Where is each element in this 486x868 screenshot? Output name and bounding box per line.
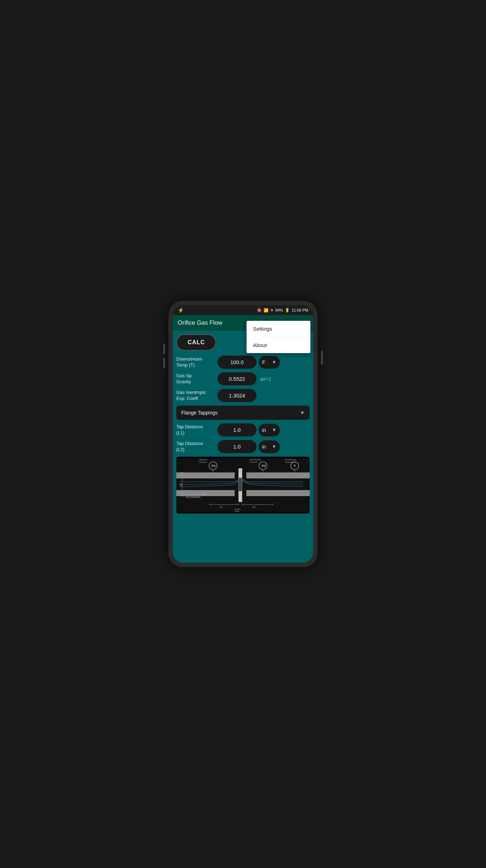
temp-unit-arrow: ▼ <box>272 359 276 365</box>
battery-percent: 84% <box>275 308 283 312</box>
downstream-temp-label: DownstreamTemp (T) <box>176 356 215 368</box>
l1-unit-arrow: ▼ <box>272 427 276 433</box>
gas-gravity-unit: air=1 <box>259 373 273 385</box>
svg-text:Plate: Plate <box>235 510 239 512</box>
menu-item-settings[interactable]: Settings <box>247 321 310 337</box>
l2-unit-text: in <box>262 444 266 450</box>
svg-text:Flow Direction: Flow Direction <box>186 496 200 498</box>
dropdown-menu: Settings About <box>247 321 310 353</box>
orifice-diagram: D L1 L2 Flow Direction <box>176 457 310 513</box>
status-bar: ⚡ 🔇 📶 ✈ 84% 🔋 11:56 PM <box>173 305 313 315</box>
svg-text:P1: P1 <box>212 464 216 468</box>
tap-l2-label: Tap Distance(L2) <box>176 441 215 453</box>
svg-rect-4 <box>246 490 310 496</box>
svg-text:Upstream: Upstream <box>199 458 208 461</box>
gas-isentropic-label: Gas IsentropicExp. Coeff. <box>176 390 215 402</box>
tap-l2-input[interactable] <box>217 440 256 453</box>
svg-text:Temperature: Temperature <box>285 461 296 463</box>
main-content: CALC DownstreamTemp (T) F ▼ Gas Sp.Gravi… <box>173 331 313 563</box>
gas-gravity-label: Gas Sp.Gravity <box>176 373 215 385</box>
svg-rect-3 <box>176 490 235 496</box>
tap-l1-label: Tap Distance(L1) <box>176 424 215 436</box>
tap-l1-input[interactable] <box>217 423 256 436</box>
svg-text:L1: L1 <box>220 505 222 509</box>
svg-rect-6 <box>239 478 242 491</box>
svg-rect-1 <box>176 472 235 478</box>
tappings-arrow: ▼ <box>300 410 305 416</box>
gas-gravity-input[interactable] <box>217 372 256 385</box>
tappings-dropdown[interactable]: Flange Tappings ▼ <box>176 406 310 420</box>
downstream-temp-input[interactable] <box>217 356 256 369</box>
menu-item-about[interactable]: About <box>247 337 310 353</box>
tappings-row: Flange Tappings ▼ <box>176 406 310 420</box>
downstream-temp-unit[interactable]: F ▼ <box>259 356 280 369</box>
gas-isentropic-input[interactable] <box>217 389 256 402</box>
status-left: ⚡ <box>178 307 184 313</box>
svg-text:P2: P2 <box>262 464 266 468</box>
svg-text:L2: L2 <box>252 505 255 509</box>
temp-unit-text: F <box>262 359 265 365</box>
l1-unit-text: in <box>262 427 266 433</box>
mute-icon: 🔇 <box>257 308 262 313</box>
downstream-temp-row: DownstreamTemp (T) F ▼ <box>176 356 310 369</box>
svg-text:Downstream: Downstream <box>250 458 261 461</box>
l2-unit-arrow: ▼ <box>272 444 276 449</box>
gas-gravity-row: Gas Sp.Gravity air=1 <box>176 372 310 385</box>
svg-text:D: D <box>180 483 182 487</box>
tap-l2-unit[interactable]: in ▼ <box>259 440 280 453</box>
app-title: Orifice Gas Flow <box>178 319 222 326</box>
airplane-icon: ✈ <box>270 308 274 313</box>
tap-l2-row: Tap Distance(L2) in ▼ <box>176 440 310 453</box>
svg-rect-0 <box>176 458 310 512</box>
battery-icon: 🔋 <box>285 308 290 313</box>
tap-l1-row: Tap Distance(L1) in ▼ <box>176 423 310 436</box>
tap-l1-unit[interactable]: in ▼ <box>259 424 280 436</box>
status-right: 🔇 📶 ✈ 84% 🔋 11:56 PM <box>257 308 308 313</box>
wifi-icon: 📶 <box>264 308 269 313</box>
diagram-svg: D L1 L2 Flow Direction <box>176 457 310 513</box>
calc-button[interactable]: CALC <box>176 334 216 351</box>
svg-text:T: T <box>294 464 296 468</box>
svg-text:Pressure: Pressure <box>199 461 207 463</box>
usb-icon: ⚡ <box>178 307 184 313</box>
svg-text:Pressure: Pressure <box>250 461 258 463</box>
svg-rect-2 <box>246 472 310 478</box>
clock: 11:56 PM <box>292 308 308 312</box>
gas-isentropic-row: Gas IsentropicExp. Coeff. <box>176 389 310 402</box>
svg-text:Downstream: Downstream <box>285 458 296 461</box>
tappings-label: Flange Tappings <box>181 410 217 416</box>
